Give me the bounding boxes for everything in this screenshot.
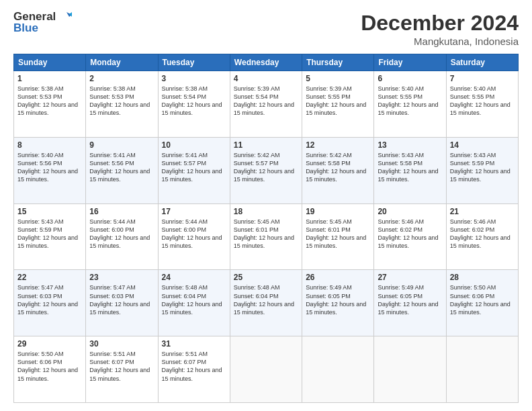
day-cell: 13Sunrise: 5:43 AMSunset: 5:58 PMDayligh…	[374, 137, 446, 203]
dow-header-sunday: Sunday	[14, 54, 86, 71]
day-number: 6	[378, 74, 442, 83]
day-info: Sunrise: 5:39 AMSunset: 5:54 PMDaylight:…	[234, 85, 298, 118]
day-cell: 5Sunrise: 5:39 AMSunset: 5:55 PMDaylight…	[302, 71, 374, 138]
dow-header-friday: Friday	[374, 54, 446, 71]
day-cell: 3Sunrise: 5:38 AMSunset: 5:54 PMDaylight…	[158, 71, 230, 138]
day-info: Sunrise: 5:51 AMSunset: 6:07 PMDaylight:…	[162, 350, 226, 383]
day-info: Sunrise: 5:43 AMSunset: 5:59 PMDaylight:…	[17, 218, 82, 250]
day-info: Sunrise: 5:40 AMSunset: 5:55 PMDaylight:…	[378, 85, 442, 118]
day-number: 4	[234, 74, 298, 83]
day-number: 25	[234, 273, 298, 282]
logo: General Blue	[13, 11, 72, 34]
day-number: 12	[306, 140, 370, 150]
week-row-5: 29Sunrise: 5:50 AMSunset: 6:06 PMDayligh…	[14, 336, 519, 403]
day-cell: 29Sunrise: 5:50 AMSunset: 6:06 PMDayligh…	[14, 336, 86, 403]
day-info: Sunrise: 5:49 AMSunset: 6:05 PMDaylight:…	[306, 283, 370, 316]
day-info: Sunrise: 5:49 AMSunset: 6:05 PMDaylight:…	[378, 283, 442, 316]
day-cell: 1Sunrise: 5:38 AMSunset: 5:53 PMDaylight…	[14, 71, 86, 138]
day-info: Sunrise: 5:38 AMSunset: 5:54 PMDaylight:…	[162, 85, 226, 118]
day-cell: 28Sunrise: 5:50 AMSunset: 6:06 PMDayligh…	[446, 270, 518, 336]
day-info: Sunrise: 5:45 AMSunset: 6:01 PMDaylight:…	[306, 218, 370, 250]
logo-blue: Blue	[13, 22, 38, 35]
day-cell: 14Sunrise: 5:43 AMSunset: 5:59 PMDayligh…	[446, 137, 518, 203]
dow-header-monday: Monday	[86, 54, 158, 71]
day-info: Sunrise: 5:45 AMSunset: 6:01 PMDaylight:…	[234, 218, 298, 250]
day-info: Sunrise: 5:38 AMSunset: 5:53 PMDaylight:…	[17, 85, 82, 118]
day-cell	[374, 336, 446, 403]
day-number: 7	[450, 74, 515, 83]
day-cell: 7Sunrise: 5:40 AMSunset: 5:55 PMDaylight…	[446, 71, 518, 138]
dow-header-tuesday: Tuesday	[158, 54, 230, 71]
day-cell: 15Sunrise: 5:43 AMSunset: 5:59 PMDayligh…	[14, 203, 86, 270]
day-cell: 11Sunrise: 5:42 AMSunset: 5:57 PMDayligh…	[230, 137, 302, 203]
day-number: 13	[378, 140, 442, 150]
day-info: Sunrise: 5:44 AMSunset: 6:00 PMDaylight:…	[162, 218, 226, 250]
day-number: 22	[17, 273, 82, 282]
day-of-week-row: SundayMondayTuesdayWednesdayThursdayFrid…	[14, 54, 519, 71]
day-cell: 16Sunrise: 5:44 AMSunset: 6:00 PMDayligh…	[86, 203, 158, 270]
day-cell: 26Sunrise: 5:49 AMSunset: 6:05 PMDayligh…	[302, 270, 374, 336]
day-info: Sunrise: 5:43 AMSunset: 5:59 PMDaylight:…	[450, 151, 515, 184]
day-cell: 8Sunrise: 5:40 AMSunset: 5:56 PMDaylight…	[14, 137, 86, 203]
day-cell: 2Sunrise: 5:38 AMSunset: 5:53 PMDaylight…	[86, 71, 158, 138]
day-cell: 6Sunrise: 5:40 AMSunset: 5:55 PMDaylight…	[374, 71, 446, 138]
day-cell: 4Sunrise: 5:39 AMSunset: 5:54 PMDaylight…	[230, 71, 302, 138]
dow-header-wednesday: Wednesday	[230, 54, 302, 71]
week-row-3: 15Sunrise: 5:43 AMSunset: 5:59 PMDayligh…	[14, 203, 519, 270]
day-info: Sunrise: 5:42 AMSunset: 5:57 PMDaylight:…	[234, 151, 298, 184]
day-info: Sunrise: 5:43 AMSunset: 5:58 PMDaylight:…	[378, 151, 442, 184]
day-info: Sunrise: 5:46 AMSunset: 6:02 PMDaylight:…	[450, 218, 515, 250]
day-cell: 22Sunrise: 5:47 AMSunset: 6:03 PMDayligh…	[14, 270, 86, 336]
day-number: 28	[450, 273, 515, 282]
logo-container: General Blue	[13, 11, 72, 34]
calendar-subtitle: Mangkutana, Indonesia	[361, 36, 519, 47]
day-number: 9	[89, 140, 154, 150]
calendar-body: 1Sunrise: 5:38 AMSunset: 5:53 PMDaylight…	[14, 71, 519, 403]
day-number: 16	[89, 207, 154, 216]
dow-header-thursday: Thursday	[302, 54, 374, 71]
title-block: December 2024 Mangkutana, Indonesia	[361, 11, 519, 47]
day-info: Sunrise: 5:47 AMSunset: 6:03 PMDaylight:…	[17, 283, 82, 316]
day-number: 17	[162, 207, 226, 216]
day-number: 2	[89, 74, 154, 83]
day-number: 20	[378, 207, 442, 216]
header: General Blue December 2024 Mangkutana, I…	[13, 11, 519, 47]
day-info: Sunrise: 5:48 AMSunset: 6:04 PMDaylight:…	[234, 283, 298, 316]
day-info: Sunrise: 5:38 AMSunset: 5:53 PMDaylight:…	[89, 85, 154, 118]
day-info: Sunrise: 5:50 AMSunset: 6:06 PMDaylight:…	[17, 350, 82, 383]
day-info: Sunrise: 5:51 AMSunset: 6:07 PMDaylight:…	[89, 350, 154, 383]
day-cell: 18Sunrise: 5:45 AMSunset: 6:01 PMDayligh…	[230, 203, 302, 270]
logo-bird-icon	[57, 11, 72, 23]
day-info: Sunrise: 5:40 AMSunset: 5:56 PMDaylight:…	[17, 151, 82, 184]
day-cell: 23Sunrise: 5:47 AMSunset: 6:03 PMDayligh…	[86, 270, 158, 336]
day-number: 23	[89, 273, 154, 282]
day-number: 26	[306, 273, 370, 282]
day-info: Sunrise: 5:40 AMSunset: 5:55 PMDaylight:…	[450, 85, 515, 118]
day-cell: 20Sunrise: 5:46 AMSunset: 6:02 PMDayligh…	[374, 203, 446, 270]
day-info: Sunrise: 5:44 AMSunset: 6:00 PMDaylight:…	[89, 218, 154, 250]
week-row-1: 1Sunrise: 5:38 AMSunset: 5:53 PMDaylight…	[14, 71, 519, 138]
day-number: 10	[162, 140, 226, 150]
dow-header-saturday: Saturday	[446, 54, 518, 71]
day-number: 30	[89, 339, 154, 349]
day-cell	[446, 336, 518, 403]
day-cell: 21Sunrise: 5:46 AMSunset: 6:02 PMDayligh…	[446, 203, 518, 270]
day-cell: 9Sunrise: 5:41 AMSunset: 5:56 PMDaylight…	[86, 137, 158, 203]
day-info: Sunrise: 5:48 AMSunset: 6:04 PMDaylight:…	[162, 283, 226, 316]
day-info: Sunrise: 5:50 AMSunset: 6:06 PMDaylight:…	[450, 283, 515, 316]
day-info: Sunrise: 5:47 AMSunset: 6:03 PMDaylight:…	[89, 283, 154, 316]
week-row-4: 22Sunrise: 5:47 AMSunset: 6:03 PMDayligh…	[14, 270, 519, 336]
day-info: Sunrise: 5:41 AMSunset: 5:56 PMDaylight:…	[89, 151, 154, 184]
day-cell: 25Sunrise: 5:48 AMSunset: 6:04 PMDayligh…	[230, 270, 302, 336]
day-number: 24	[162, 273, 226, 282]
day-cell: 10Sunrise: 5:41 AMSunset: 5:57 PMDayligh…	[158, 137, 230, 203]
week-row-2: 8Sunrise: 5:40 AMSunset: 5:56 PMDaylight…	[14, 137, 519, 203]
day-number: 15	[17, 207, 82, 216]
day-cell: 17Sunrise: 5:44 AMSunset: 6:00 PMDayligh…	[158, 203, 230, 270]
calendar-page: General Blue December 2024 Mangkutana, I…	[0, 0, 532, 411]
day-info: Sunrise: 5:42 AMSunset: 5:58 PMDaylight:…	[306, 151, 370, 184]
day-number: 14	[450, 140, 515, 150]
day-cell	[230, 336, 302, 403]
day-number: 8	[17, 140, 82, 150]
day-info: Sunrise: 5:39 AMSunset: 5:55 PMDaylight:…	[306, 85, 370, 118]
